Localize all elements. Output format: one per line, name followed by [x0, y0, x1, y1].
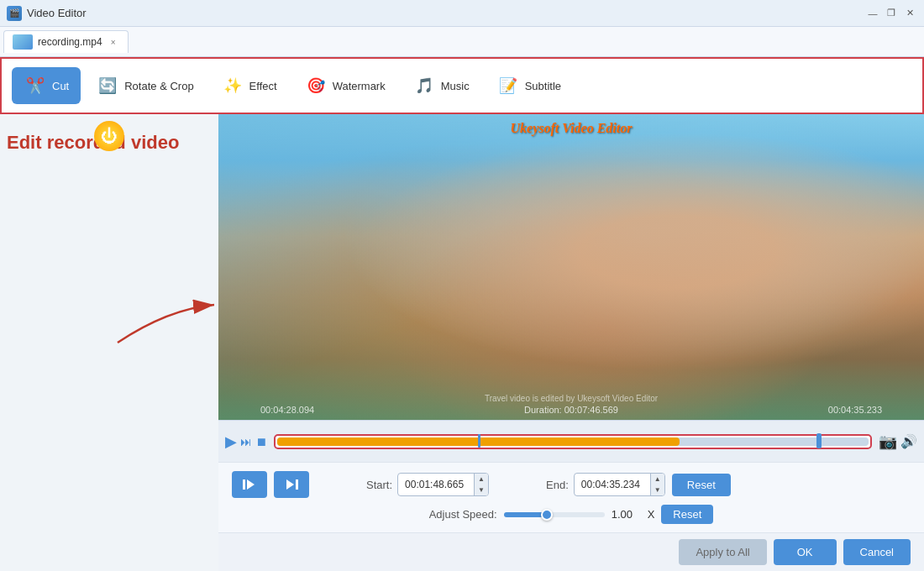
- video-preview[interactable]: Ukeysoft Video Editor Travel video is ed…: [218, 114, 924, 420]
- play-button[interactable]: ▶: [225, 432, 237, 451]
- seek-handle[interactable]: [816, 433, 822, 448]
- close-button[interactable]: ✕: [902, 6, 917, 21]
- start-time-spinners: ▲ ▼: [474, 474, 488, 495]
- start-time-input[interactable]: 00:01:48.665 ▲ ▼: [397, 473, 489, 496]
- speed-value: 1.00: [612, 508, 641, 521]
- left-panel: Edit recorded video ⏻: [0, 114, 218, 571]
- tool-cut-button[interactable]: ✂️ Cut: [12, 67, 81, 104]
- video-area: Ukeysoft Video Editor Travel video is ed…: [218, 114, 924, 571]
- end-time-spinners: ▲ ▼: [650, 474, 664, 495]
- set-start-icon: [241, 476, 258, 493]
- cut-reset-button[interactable]: Reset: [672, 474, 731, 496]
- end-time-group: End: 00:04:35.234 ▲ ▼: [546, 473, 665, 496]
- annotation-text: Edit recorded video: [7, 131, 179, 155]
- set-end-button[interactable]: [274, 471, 309, 498]
- effect-icon: ✨: [221, 74, 244, 97]
- volume-icon[interactable]: 🔊: [900, 433, 917, 449]
- brand-icon: ⏻: [94, 121, 124, 151]
- screenshot-button[interactable]: 📷: [879, 432, 897, 451]
- speed-slider[interactable]: [504, 512, 605, 517]
- tool-subtitle-button[interactable]: 📝 Subtitle: [485, 67, 573, 104]
- video-canvas: [218, 114, 924, 420]
- end-time-up[interactable]: ▲: [651, 474, 664, 485]
- video-time-right: 00:04:35.233: [828, 405, 882, 415]
- rotate-crop-icon: 🔄: [96, 74, 119, 97]
- cut-controls-row: Start: 00:01:48.665 ▲ ▼ End: 00:04:35.23…: [232, 471, 911, 498]
- window-controls: — ❐ ✕: [865, 6, 917, 21]
- start-time-down[interactable]: ▼: [475, 485, 488, 495]
- tool-music-button[interactable]: 🎵 Music: [401, 67, 481, 104]
- tab-thumbnail: [13, 34, 33, 50]
- seek-track[interactable]: [277, 437, 869, 446]
- toolbar: ✂️ Cut 🔄 Rotate & Crop ✨ Effect 🎯 Waterm…: [0, 57, 924, 114]
- speed-x-label: X: [648, 508, 655, 521]
- svg-marker-2: [247, 479, 255, 490]
- app-title: Video Editor: [27, 7, 87, 19]
- ok-button[interactable]: OK: [774, 539, 837, 565]
- app-icon: 🎬: [7, 6, 22, 21]
- subtitle-icon: 📝: [496, 74, 520, 97]
- tool-effect-button[interactable]: ✨ Effect: [209, 67, 289, 104]
- tool-watermark-label: Watermark: [333, 80, 386, 92]
- svg-marker-3: [286, 479, 294, 490]
- seek-start-marker: [478, 434, 480, 448]
- video-bottom-text: Travel video is edited by Ukeysoft Video…: [485, 394, 658, 403]
- end-time-down[interactable]: ▼: [651, 485, 664, 495]
- end-label: End:: [546, 479, 569, 491]
- watermark-icon: 🎯: [304, 74, 328, 97]
- start-time-up[interactable]: ▲: [475, 474, 488, 485]
- speed-row: Adjust Speed: 1.00 X Reset: [232, 505, 911, 524]
- tool-cut-label: Cut: [52, 80, 69, 92]
- tool-watermark-button[interactable]: 🎯 Watermark: [292, 67, 397, 104]
- svg-rect-4: [296, 479, 298, 490]
- speed-label: Adjust Speed:: [429, 508, 497, 521]
- video-time-left: 00:04:28.094: [260, 405, 314, 415]
- svg-rect-1: [243, 479, 245, 490]
- tool-rotate-crop-button[interactable]: 🔄 Rotate & Crop: [84, 67, 205, 104]
- set-start-button[interactable]: [232, 471, 267, 498]
- end-time-value: 00:04:35.234: [575, 475, 650, 494]
- video-time-duration: Duration: 00:07:46.569: [524, 405, 618, 415]
- action-bar: Apply to All OK Cancel: [218, 532, 924, 571]
- end-time-input[interactable]: 00:04:35.234 ▲ ▼: [574, 473, 665, 496]
- main-area: Edit recorded video ⏻ Ukeysoft Video Edi…: [0, 114, 924, 571]
- maximize-button[interactable]: ❐: [884, 6, 899, 21]
- music-icon: 🎵: [412, 74, 436, 97]
- cancel-button[interactable]: Cancel: [843, 539, 911, 565]
- minimize-button[interactable]: —: [865, 6, 880, 21]
- apply-all-button[interactable]: Apply to All: [679, 539, 766, 565]
- annotation-arrow: [0, 114, 218, 571]
- start-label: Start:: [366, 479, 392, 491]
- tool-subtitle-label: Subtitle: [525, 80, 561, 92]
- tool-effect-label: Effect: [249, 80, 277, 92]
- title-bar: 🎬 Video Editor — ❐ ✕: [0, 0, 924, 27]
- playback-bar: ▶ ⏭ ⏹ 📷 🔊: [218, 420, 924, 462]
- title-bar-left: 🎬 Video Editor: [7, 6, 87, 21]
- video-watermark: Ukeysoft Video Editor: [511, 121, 633, 136]
- controls-bottom: Start: 00:01:48.665 ▲ ▼ End: 00:04:35.23…: [218, 462, 924, 532]
- tab-bar: recording.mp4 ×: [0, 27, 924, 57]
- set-end-icon: [283, 476, 300, 493]
- tool-rotate-crop-label: Rotate & Crop: [124, 80, 193, 92]
- skip-forward-button[interactable]: ⏭: [240, 435, 252, 448]
- start-time-value: 00:01:48.665: [398, 475, 474, 494]
- seek-container[interactable]: [274, 434, 872, 449]
- start-time-group: Start: 00:01:48.665 ▲ ▼: [366, 473, 489, 496]
- tab-close-button[interactable]: ×: [108, 36, 119, 48]
- speed-reset-button[interactable]: Reset: [661, 505, 713, 524]
- stop-button[interactable]: ⏹: [255, 435, 267, 448]
- tool-music-label: Music: [441, 80, 470, 92]
- speed-handle[interactable]: [541, 509, 553, 521]
- file-tab[interactable]: recording.mp4 ×: [3, 30, 129, 53]
- tab-filename: recording.mp4: [38, 36, 102, 48]
- cut-icon: ✂️: [24, 74, 47, 97]
